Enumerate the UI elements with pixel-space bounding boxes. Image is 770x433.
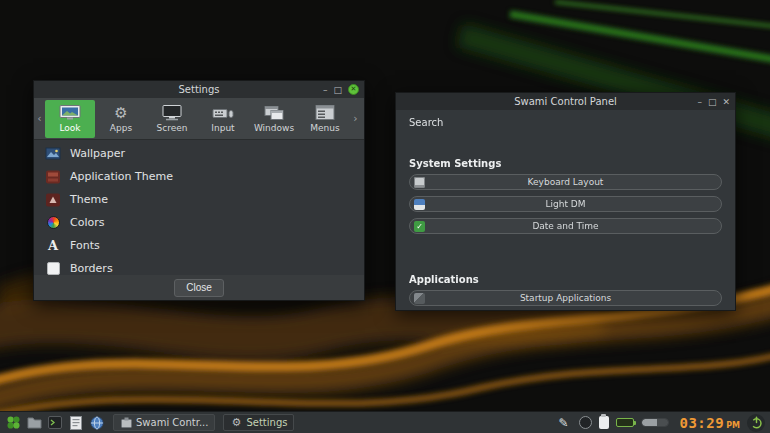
list-item-colors[interactable]: Colors bbox=[34, 211, 364, 234]
tab-input[interactable]: Input bbox=[198, 100, 248, 138]
tray-circle-icon[interactable] bbox=[579, 416, 592, 429]
date-and-time-button[interactable]: ✓ Date and Time bbox=[409, 218, 722, 234]
light-dm-button[interactable]: Light DM bbox=[409, 196, 722, 212]
settings-window-title: Settings bbox=[34, 84, 364, 95]
search-label[interactable]: Search bbox=[409, 117, 722, 128]
tab-apps[interactable]: ⚙ Apps bbox=[96, 100, 146, 138]
file-manager-icon[interactable] bbox=[26, 415, 42, 431]
list-item-label: Fonts bbox=[70, 239, 100, 252]
clock-meridiem: PM bbox=[726, 421, 740, 430]
list-item-label: Colors bbox=[70, 216, 104, 229]
tab-label: Screen bbox=[157, 123, 188, 133]
tab-label: Windows bbox=[254, 123, 294, 133]
tab-look[interactable]: Look bbox=[45, 100, 95, 138]
settings-task-gear-icon: ⚙ bbox=[230, 417, 242, 429]
look-icon bbox=[59, 105, 81, 122]
settings-titlebar[interactable]: Settings – □ ✕ bbox=[34, 81, 364, 98]
clock-time: 03:29 bbox=[680, 415, 725, 431]
section-system-settings: System Settings bbox=[409, 158, 722, 169]
tab-windows[interactable]: Windows bbox=[249, 100, 299, 138]
battery-indicator[interactable] bbox=[616, 418, 634, 427]
maximize-icon[interactable]: □ bbox=[708, 97, 717, 107]
desktop: Settings – □ ✕ ‹ Look ⚙ Apps bbox=[0, 0, 770, 433]
power-icon bbox=[750, 416, 763, 429]
clock[interactable]: 03:29PM bbox=[680, 415, 740, 431]
button-label: Date and Time bbox=[532, 221, 598, 231]
startup-icon bbox=[414, 293, 425, 304]
wallpaper-icon bbox=[45, 146, 61, 162]
tab-menus[interactable]: Menus bbox=[300, 100, 350, 138]
swami-titlebar[interactable]: Swami Control Panel – □ ✕ bbox=[396, 93, 735, 110]
swami-body: Search System Settings Keyboard Layout L… bbox=[396, 110, 735, 310]
battery-icon bbox=[616, 418, 634, 427]
section-applications: Applications bbox=[409, 274, 722, 285]
task-settings[interactable]: ⚙ Settings bbox=[223, 414, 294, 431]
tab-label: Apps bbox=[110, 123, 132, 133]
keyboard-mouse-icon bbox=[212, 105, 234, 122]
settings-tabbar: ‹ Look ⚙ Apps Screen bbox=[34, 98, 364, 140]
colors-icon bbox=[45, 215, 61, 231]
close-icon[interactable]: ✕ bbox=[348, 84, 359, 95]
list-item-fonts[interactable]: A Fonts bbox=[34, 234, 364, 257]
borders-icon bbox=[45, 261, 61, 276]
apps-gear-icon: ⚙ bbox=[114, 105, 127, 122]
list-item-label: Theme bbox=[70, 193, 108, 206]
windows-icon bbox=[263, 105, 285, 122]
swami-task-icon bbox=[120, 417, 132, 429]
clipboard-icon[interactable] bbox=[599, 416, 609, 429]
button-label: Startup Applications bbox=[520, 293, 611, 303]
settings-window: Settings – □ ✕ ‹ Look ⚙ Apps bbox=[33, 80, 365, 301]
lightdm-icon bbox=[414, 199, 425, 210]
pencil-icon[interactable]: ✎ bbox=[556, 415, 572, 431]
list-item-label: Application Theme bbox=[70, 170, 173, 183]
list-item-theme[interactable]: Theme bbox=[34, 188, 364, 211]
swami-window-controls: – □ ✕ bbox=[697, 93, 730, 110]
text-editor-icon[interactable] bbox=[68, 415, 84, 431]
system-settings-buttons: Keyboard Layout Light DM ✓ Date and Time bbox=[409, 174, 722, 234]
button-label: Light DM bbox=[545, 199, 585, 209]
settings-list: Wallpaper Application Theme Theme Colors… bbox=[34, 140, 364, 275]
theme-icon bbox=[45, 192, 61, 208]
tab-label: Look bbox=[59, 123, 80, 133]
keyboard-icon bbox=[414, 177, 425, 188]
maximize-icon[interactable]: □ bbox=[333, 85, 342, 95]
startup-applications-button[interactable]: Startup Applications bbox=[409, 290, 722, 306]
tab-label: Input bbox=[211, 123, 234, 133]
task-label: Swami Contr... bbox=[136, 417, 208, 428]
screen-icon bbox=[161, 105, 183, 122]
calendar-icon: ✓ bbox=[414, 221, 425, 232]
taskbar: Swami Contr... ⚙ Settings ✎ 03:29PM bbox=[0, 411, 770, 433]
task-swami-control-panel[interactable]: Swami Contr... bbox=[113, 414, 215, 431]
minimize-icon[interactable]: – bbox=[323, 85, 328, 95]
settings-bottombar: Close bbox=[34, 275, 364, 300]
menus-icon bbox=[314, 105, 336, 122]
menu-icon[interactable] bbox=[5, 415, 21, 431]
chevron-right-icon[interactable]: › bbox=[351, 112, 360, 125]
close-icon[interactable]: ✕ bbox=[722, 97, 730, 107]
close-button[interactable]: Close bbox=[174, 279, 224, 297]
list-item-wallpaper[interactable]: Wallpaper bbox=[34, 142, 364, 165]
fonts-icon: A bbox=[45, 238, 61, 254]
keyboard-layout-button[interactable]: Keyboard Layout bbox=[409, 174, 722, 190]
system-tray: ✎ 03:29PM bbox=[556, 414, 765, 432]
swami-control-panel-window: Swami Control Panel – □ ✕ Search System … bbox=[395, 92, 736, 311]
browser-icon[interactable] bbox=[89, 415, 105, 431]
applications-buttons: Startup Applications bbox=[409, 290, 722, 306]
list-item-label: Borders bbox=[70, 262, 113, 275]
tab-screen[interactable]: Screen bbox=[147, 100, 197, 138]
list-item-label: Wallpaper bbox=[70, 147, 125, 160]
power-button[interactable] bbox=[747, 414, 765, 432]
battery-slider[interactable] bbox=[641, 418, 669, 427]
tab-label: Menus bbox=[310, 123, 339, 133]
list-item-application-theme[interactable]: Application Theme bbox=[34, 165, 364, 188]
button-label: Keyboard Layout bbox=[528, 177, 604, 187]
application-theme-icon bbox=[45, 169, 61, 185]
chevron-left-icon[interactable]: ‹ bbox=[35, 112, 44, 125]
minimize-icon[interactable]: – bbox=[697, 97, 702, 107]
settings-window-controls: – □ ✕ bbox=[323, 81, 359, 98]
swami-window-title: Swami Control Panel bbox=[396, 96, 735, 107]
task-label: Settings bbox=[246, 417, 287, 428]
list-item-borders[interactable]: Borders bbox=[34, 257, 364, 275]
terminal-icon[interactable] bbox=[47, 415, 63, 431]
